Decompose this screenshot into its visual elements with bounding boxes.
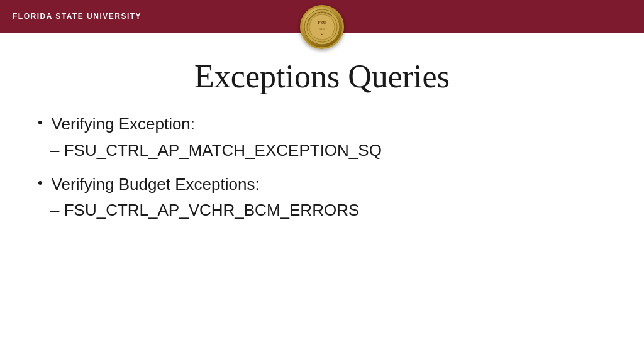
list-item: • Verifying Exception: – FSU_CTRL_AP_MAT…	[38, 114, 606, 162]
slide-title: Exceptions Queries	[38, 58, 606, 95]
header-bar: FLORIDA STATE UNIVERSITY FSU 1851 ★ FLOR…	[0, 0, 644, 33]
seal-emblem: FSU 1851 ★ FLORIDA STATE UNIVERSITY	[300, 5, 344, 49]
sub-item: – FSU_CTRL_AP_MATCH_EXCEPTION_SQ	[50, 140, 606, 162]
bullet-dot: •	[38, 114, 43, 132]
svg-text:★: ★	[321, 33, 323, 36]
sub-item-text: – FSU_CTRL_AP_MATCH_EXCEPTION_SQ	[50, 140, 382, 162]
university-name: FLORIDA STATE UNIVERSITY	[13, 12, 142, 21]
content-area: Exceptions Queries • Verifying Exception…	[0, 33, 644, 362]
bullet-text: Verifying Exception:	[52, 114, 195, 135]
svg-text:1851: 1851	[319, 27, 325, 30]
sub-item: – FSU_CTRL_AP_VCHR_BCM_ERRORS	[50, 200, 606, 221]
bullet-dot: •	[38, 174, 43, 192]
sub-item-text: – FSU_CTRL_AP_VCHR_BCM_ERRORS	[50, 200, 359, 221]
bullet-text: Verifying Budget Exceptions:	[52, 174, 260, 195]
list-item: • Verifying Budget Exceptions: – FSU_CTR…	[38, 174, 606, 222]
slide: FLORIDA STATE UNIVERSITY FSU 1851 ★ FLOR…	[0, 0, 644, 362]
svg-text:FSU: FSU	[318, 20, 326, 25]
university-seal: FSU 1851 ★ FLORIDA STATE UNIVERSITY	[300, 5, 344, 49]
bullet-list: • Verifying Exception: – FSU_CTRL_AP_MAT…	[38, 114, 606, 234]
